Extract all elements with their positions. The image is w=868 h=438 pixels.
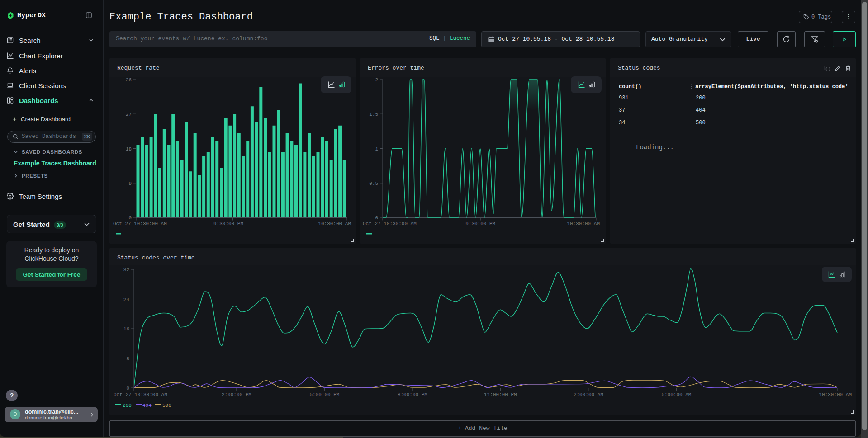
svg-text:8: 8	[126, 356, 129, 362]
svg-text:36: 36	[126, 77, 132, 83]
svg-text:9: 9	[128, 181, 132, 186]
svg-text:9:30:00 PM: 9:30:00 PM	[465, 221, 495, 226]
svg-text:0: 0	[128, 215, 132, 221]
svg-text:8:00:00 PM: 8:00:00 PM	[398, 392, 427, 397]
svg-text:5:00:00 PM: 5:00:00 PM	[309, 392, 339, 397]
svg-text:24: 24	[123, 297, 130, 302]
svg-text:1: 1	[375, 146, 378, 152]
svg-text:2:00:00 AM: 2:00:00 AM	[574, 392, 603, 397]
svg-text:404: 404	[142, 403, 152, 408]
svg-text:11:00:00 PM: 11:00:00 PM	[484, 392, 517, 397]
svg-text:10:30:00 AM: 10:30:00 AM	[567, 221, 600, 226]
svg-text:16: 16	[123, 326, 129, 332]
svg-text:Oct 27 10:30:00 AM: Oct 27 10:30:00 AM	[113, 221, 167, 226]
svg-text:1.5: 1.5	[369, 112, 378, 117]
svg-text:10:30:00 AM: 10:30:00 AM	[819, 392, 852, 397]
svg-text:5:00:00 AM: 5:00:00 AM	[661, 392, 691, 397]
svg-text:32: 32	[123, 267, 129, 273]
svg-text:Oct 27 10:30:00 AM: Oct 27 10:30:00 AM	[114, 392, 167, 397]
svg-text:2:00:00 PM: 2:00:00 PM	[222, 392, 251, 397]
svg-text:0.5: 0.5	[369, 181, 378, 186]
svg-text:200: 200	[123, 403, 132, 408]
svg-text:0: 0	[126, 386, 129, 391]
svg-text:2: 2	[375, 77, 378, 83]
svg-text:27: 27	[126, 112, 132, 117]
svg-text:18: 18	[126, 146, 132, 152]
svg-text:9:30:00 PM: 9:30:00 PM	[213, 221, 243, 226]
svg-text:0: 0	[375, 215, 378, 221]
svg-text:10:30:00 AM: 10:30:00 AM	[318, 221, 351, 226]
svg-text:Oct 27 10:30:00 AM: Oct 27 10:30:00 AM	[363, 221, 417, 226]
svg-text:500: 500	[162, 403, 171, 408]
